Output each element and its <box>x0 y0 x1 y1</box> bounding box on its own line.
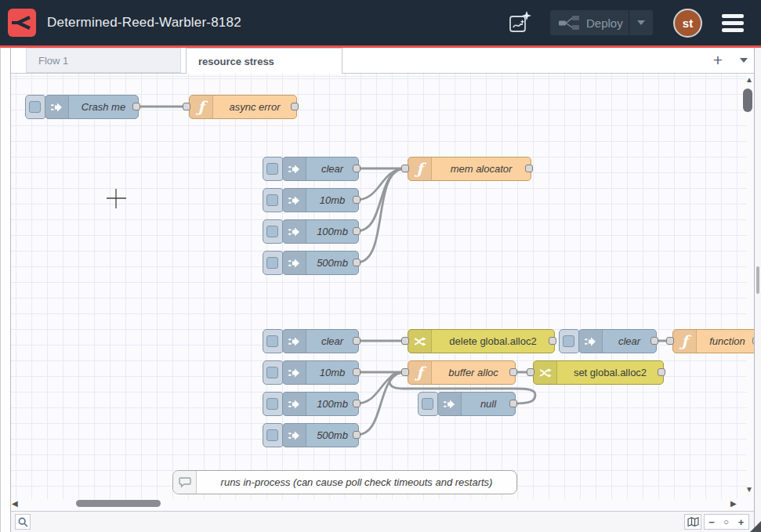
node-delete-global-alloc2[interactable]: delete global.alloc2 <box>408 329 555 353</box>
inject-trigger-pad <box>29 101 41 113</box>
node-label: clear <box>306 157 358 180</box>
output-port[interactable] <box>291 103 299 110</box>
deploy-menu-caret[interactable] <box>629 20 653 25</box>
search-button[interactable] <box>15 514 31 530</box>
node-clear-1[interactable]: clear <box>282 157 359 181</box>
input-port[interactable] <box>401 337 409 345</box>
inject-trigger-pad <box>563 335 574 347</box>
input-port[interactable] <box>401 368 409 376</box>
scroll-right-icon[interactable]: ▶ <box>730 500 737 508</box>
main-menu-icon[interactable] <box>722 14 744 32</box>
navigator-button[interactable] <box>684 514 701 530</box>
corner-resize-grip[interactable] <box>750 521 761 532</box>
inject-trigger-pad <box>266 163 278 175</box>
inject-trigger-pad <box>266 335 278 347</box>
output-port[interactable] <box>353 337 361 345</box>
output-port[interactable] <box>353 196 361 204</box>
node-100mb-1[interactable]: 100mb <box>282 219 359 244</box>
node-icon-region <box>408 330 432 353</box>
inject-trigger-pad <box>266 367 278 378</box>
node-label: 100mb <box>306 220 358 243</box>
h-scrollbar-thumb[interactable] <box>76 500 161 507</box>
inject-trigger-button-clear-1[interactable] <box>263 157 284 181</box>
sidebar-grip[interactable] <box>756 266 759 294</box>
node-label: function <box>697 330 754 353</box>
node-icon-region <box>283 393 306 415</box>
output-port[interactable] <box>752 337 754 345</box>
deploy-button[interactable]: Deploy <box>550 10 653 35</box>
node-null[interactable]: null <box>437 392 516 416</box>
v-scrollbar-thumb[interactable] <box>743 89 752 112</box>
node-500mb-2[interactable]: 500mb <box>282 423 359 447</box>
inject-trigger-button-100mb-2[interactable] <box>263 392 284 416</box>
node-500mb-1[interactable]: 500mb <box>282 251 359 275</box>
node-async-error[interactable]: ƒasync error <box>189 95 297 119</box>
input-port[interactable] <box>183 103 190 110</box>
output-port[interactable] <box>658 368 665 376</box>
inject-trigger-button-null[interactable] <box>418 392 439 416</box>
node-label: mem alocator <box>432 157 531 180</box>
ai-assistant-icon[interactable] <box>506 9 534 37</box>
inject-trigger-button-10mb-2[interactable] <box>263 360 284 385</box>
tab-list-menu-button[interactable] <box>736 58 752 66</box>
node-set-global-alloc2[interactable]: set global.alloc2 <box>533 360 664 385</box>
tab-flow-1[interactable]: Flow 1 <box>26 48 181 73</box>
inject-trigger-button-crash-me[interactable] <box>25 95 46 119</box>
flow-canvas[interactable]: ▲ ▼ ◀ ▶ Crash meƒasync errorclear10mb100… <box>11 74 754 511</box>
output-port[interactable] <box>549 337 556 345</box>
output-port[interactable] <box>353 165 361 172</box>
tab-resource-stress[interactable]: resource stress <box>186 48 342 74</box>
input-port[interactable] <box>401 165 409 172</box>
inject-trigger-button-100mb-1[interactable] <box>263 219 284 244</box>
output-port[interactable] <box>509 400 517 407</box>
inject-arrow-icon <box>288 163 301 176</box>
node-function[interactable]: ƒfunction <box>672 329 754 353</box>
inject-arrow-icon <box>288 257 301 270</box>
node-comment-note[interactable]: runs in-process (can cause poll check ti… <box>172 470 517 494</box>
output-port[interactable] <box>132 103 140 110</box>
node-icon-region <box>283 424 306 447</box>
inject-trigger-button-500mb-1[interactable] <box>263 251 284 275</box>
scroll-down-icon[interactable]: ▼ <box>745 486 753 494</box>
palette-strip[interactable] <box>0 48 11 532</box>
node-clear-2[interactable]: clear <box>282 329 359 353</box>
output-port[interactable] <box>650 337 658 345</box>
inject-trigger-button-10mb-1[interactable] <box>263 188 284 212</box>
sidebar-splitter[interactable] <box>754 48 761 532</box>
inject-arrow-icon <box>288 335 301 348</box>
zoom-out-button[interactable]: − <box>704 514 719 530</box>
zoom-reset-button[interactable]: ○ <box>719 514 734 530</box>
node-buffer-alloc[interactable]: ƒbuffer alloc <box>408 360 516 385</box>
add-flow-button[interactable]: + <box>709 52 727 69</box>
node-icon-region <box>283 157 306 180</box>
input-port[interactable] <box>527 368 535 376</box>
output-port[interactable] <box>353 368 361 376</box>
scroll-up-icon[interactable]: ▲ <box>745 76 753 84</box>
output-port[interactable] <box>353 431 361 439</box>
inject-trigger-button-500mb-2[interactable] <box>263 423 284 447</box>
menu-bar <box>722 21 744 25</box>
inject-trigger-button-clear-3[interactable] <box>559 329 580 353</box>
flowfuse-logo-icon[interactable] <box>8 9 36 37</box>
input-port[interactable] <box>666 337 674 345</box>
output-port[interactable] <box>509 368 517 376</box>
change-shuffle-icon <box>414 335 426 348</box>
inject-trigger-pad <box>266 226 278 237</box>
node-10mb-1[interactable]: 10mb <box>282 188 359 212</box>
node-mem-alocator[interactable]: ƒmem alocator <box>408 157 531 181</box>
zoom-in-button[interactable]: + <box>734 514 749 530</box>
user-avatar[interactable]: st <box>673 9 702 38</box>
inject-arrow-icon <box>585 335 597 348</box>
node-100mb-2[interactable]: 100mb <box>282 392 359 416</box>
output-port[interactable] <box>353 400 361 407</box>
wire-10mb-1-to-mem-alocator[interactable] <box>357 168 405 200</box>
output-port[interactable] <box>525 165 533 172</box>
workspace-tabbar: Flow 1 resource stress + <box>11 48 754 74</box>
node-crash-me[interactable]: Crash me <box>45 95 139 119</box>
output-port[interactable] <box>353 259 361 266</box>
inject-trigger-button-clear-2[interactable] <box>263 329 284 353</box>
scroll-left-icon[interactable]: ◀ <box>12 500 18 508</box>
node-clear-3[interactable]: clear <box>578 329 657 353</box>
node-10mb-2[interactable]: 10mb <box>282 360 359 385</box>
output-port[interactable] <box>353 227 361 235</box>
